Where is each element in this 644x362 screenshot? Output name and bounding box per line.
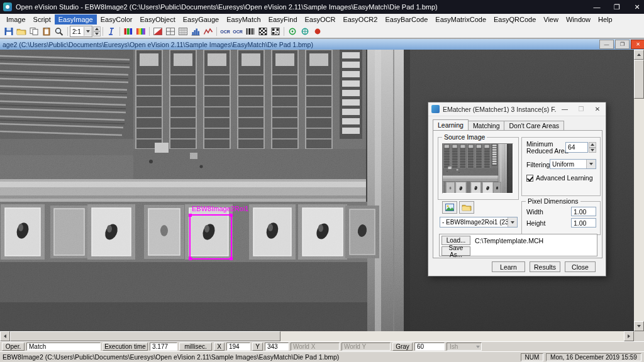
color-planes-button[interactable] (122, 26, 135, 37)
histogram-icon (191, 27, 201, 36)
menu-easybarcode[interactable]: EasyBarCode (381, 14, 431, 25)
source-image-group: Source Image (438, 137, 519, 200)
advanced-learning-checkbox-row[interactable]: Advanced Learning (526, 174, 593, 182)
image-window-close-button[interactable]: ✕ (631, 40, 644, 49)
scroll-down-button[interactable] (634, 321, 644, 331)
matrixcode-button[interactable] (257, 26, 269, 37)
find-target-button[interactable] (286, 26, 299, 37)
menu-easyfind[interactable]: EasyFind (265, 14, 301, 25)
spin-down-icon[interactable] (589, 148, 596, 153)
scroll-right-button[interactable] (624, 331, 634, 341)
menu-easymatch[interactable]: EasyMatch (223, 14, 264, 25)
learn-button[interactable]: Learn (492, 261, 525, 272)
image-window-minimize-button[interactable]: — (599, 40, 614, 49)
qrcode-button[interactable] (269, 26, 282, 37)
target-icon (287, 27, 297, 36)
dialog-close-button[interactable]: ✕ (589, 102, 606, 116)
datetime-indicator: Mon, 16 December 2019 15:59 (546, 353, 641, 361)
roi-handle[interactable] (189, 257, 192, 260)
menu-script[interactable]: Script (30, 14, 55, 25)
maximize-button[interactable]: ❐ (607, 0, 627, 14)
save-as-button[interactable]: Save As... (441, 246, 470, 256)
roi-handle[interactable] (230, 257, 233, 260)
x-label: X (214, 343, 225, 351)
roi-handle[interactable] (189, 214, 192, 217)
close-button[interactable]: ✕ (627, 0, 644, 14)
width-input[interactable]: 1.00 (571, 207, 596, 216)
palette-button[interactable] (135, 26, 147, 37)
open-button[interactable] (15, 26, 28, 37)
qrcode-icon (270, 27, 280, 36)
vertical-scrollbar[interactable] (634, 50, 644, 331)
scroll-left-button[interactable] (0, 331, 10, 341)
spin-down-icon[interactable] (93, 31, 101, 36)
roi-selector[interactable]: - EBW8Image2Roi1 (233, (440, 217, 518, 228)
open-image-file-button[interactable] (459, 201, 474, 214)
menu-easyobject[interactable]: EasyObject (136, 14, 179, 25)
tab-matching[interactable]: Matching (468, 121, 505, 130)
fine-grid-button[interactable] (177, 26, 189, 37)
menu-easyqrcode[interactable]: EasyQRCode (490, 14, 540, 25)
menu-help[interactable]: Help (594, 14, 616, 25)
image-window-titlebar[interactable]: age2 (C:\Users\Public\Documents\Euresys\… (0, 39, 644, 50)
vertical-scroll-thumb[interactable] (634, 60, 644, 99)
results-button[interactable]: Results (530, 261, 560, 272)
grid-icon (165, 27, 175, 36)
histogram-button[interactable] (189, 26, 202, 37)
dialog-maximize-button[interactable]: ❐ (573, 102, 589, 116)
menu-view[interactable]: View (540, 14, 562, 25)
menu-easyocr2[interactable]: EasyOCR2 (339, 14, 381, 25)
image-info-button[interactable] (105, 26, 118, 37)
horizontal-scrollbar[interactable] (0, 331, 634, 341)
spin-up-icon[interactable] (589, 142, 596, 148)
profile-button[interactable] (202, 26, 214, 37)
menu-easyocr[interactable]: EasyOCR (301, 14, 340, 25)
tab-learning[interactable]: Learning (433, 119, 469, 130)
paste-button[interactable] (40, 26, 53, 37)
tab-dont-care-areas[interactable]: Don't Care Areas (504, 121, 564, 130)
menu-bar: Image Script EasyImage EasyColor EasyObj… (0, 14, 644, 26)
chevron-down-icon[interactable] (508, 217, 517, 227)
zoom-spinner[interactable] (93, 26, 101, 36)
select-image-button[interactable] (442, 201, 457, 214)
horizontal-scroll-thumb[interactable] (10, 331, 280, 341)
filtering-select[interactable]: Uniform (550, 159, 596, 169)
zoom-ratio-select[interactable]: 2:1 (70, 26, 92, 37)
threshold-button[interactable] (152, 26, 164, 37)
ocr-button[interactable]: OCR (219, 26, 231, 37)
pixel-dimensions-group: Pixel Dimensions Width 1.00 Height 1.00 (521, 201, 601, 235)
toolbar-separator (67, 27, 68, 36)
min-reduced-area-spinbox[interactable]: 64 (565, 142, 596, 153)
scroll-up-button[interactable] (634, 50, 644, 60)
find-cross-button[interactable] (299, 26, 311, 37)
grid-button[interactable] (164, 26, 177, 37)
record-button[interactable] (311, 26, 324, 37)
advanced-learning-checkbox[interactable] (526, 175, 533, 182)
minimize-button[interactable]: — (587, 0, 607, 14)
spin-up-icon[interactable] (93, 26, 101, 31)
menu-window[interactable]: Window (562, 14, 594, 25)
chevron-down-icon[interactable] (586, 160, 596, 168)
ocr2-button[interactable]: OCR (231, 26, 244, 37)
roi-handle[interactable] (230, 214, 233, 217)
barcode-button[interactable] (244, 26, 257, 37)
menu-easyimage[interactable]: EasyImage (55, 14, 97, 25)
zoom-button[interactable] (53, 26, 65, 37)
height-input[interactable]: 1.00 (571, 218, 596, 228)
window-title: Open eVision Studio - EBW8Image2 (C:\Use… (16, 3, 587, 11)
ish-select: Ish (447, 343, 482, 351)
min-reduced-area-input[interactable]: 64 (565, 142, 588, 153)
dialog-minimize-button[interactable]: — (557, 102, 573, 116)
save-button[interactable] (3, 26, 15, 37)
menu-easycolor[interactable]: EasyColor (97, 14, 136, 25)
menu-image[interactable]: Image (3, 14, 30, 25)
chevron-down-icon[interactable] (84, 27, 92, 36)
menu-easygauge[interactable]: EasyGauge (179, 14, 223, 25)
image-window-restore-button[interactable]: ❐ (615, 40, 630, 49)
main-titlebar[interactable]: Open eVision Studio - EBW8Image2 (C:\Use… (0, 0, 644, 14)
menu-easymatrixcode[interactable]: EasyMatrixCode (431, 14, 490, 25)
dialog-titlebar[interactable]: EMatcher (EMatcher1) 3 Instance(s) F... … (428, 102, 606, 116)
dialog-close-footer-button[interactable]: Close (565, 261, 596, 272)
copy-button[interactable] (28, 26, 40, 37)
thumbnail-image (443, 144, 513, 193)
